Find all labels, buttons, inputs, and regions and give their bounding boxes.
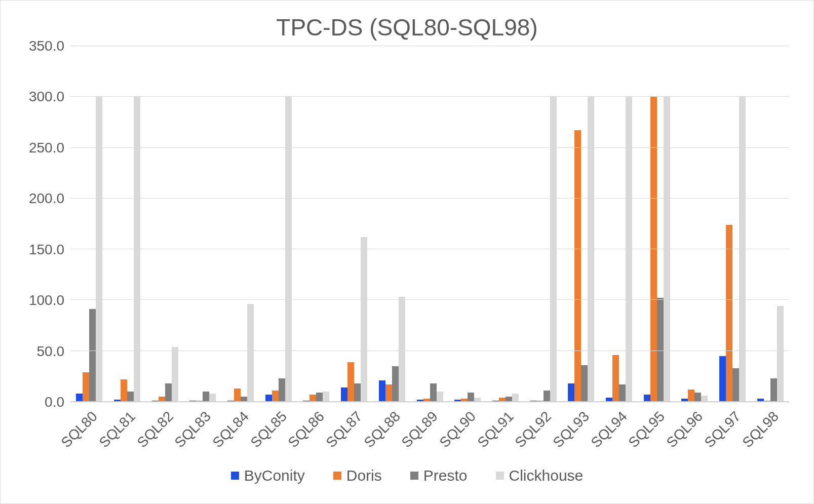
x-tick-label: SQL96: [676, 402, 714, 458]
bar: [361, 237, 367, 402]
gridline: [70, 401, 789, 402]
bar-group: [449, 46, 487, 402]
bar: [430, 383, 437, 402]
bar: [309, 395, 316, 402]
bar-group: [751, 46, 789, 402]
bar: [777, 306, 784, 402]
gridline: [70, 147, 789, 148]
bar-group: [297, 46, 335, 402]
bar: [399, 297, 405, 402]
x-tick-label: SQL91: [487, 402, 525, 458]
gridline: [70, 351, 789, 351]
x-tick-label: SQL86: [297, 402, 335, 458]
legend-swatch: [231, 472, 239, 480]
x-axis-labels: SQL80SQL81SQL82SQL83SQL84SQL85SQL86SQL87…: [5, 402, 809, 458]
bar: [209, 394, 216, 402]
bar: [121, 379, 127, 402]
bar: [657, 298, 664, 402]
legend-label: Presto: [423, 467, 468, 484]
gridline: [70, 46, 789, 46]
bar: [544, 391, 550, 402]
legend-label: Doris: [346, 467, 382, 484]
legend-label: Clickhouse: [509, 467, 584, 484]
bar-group: [638, 46, 676, 402]
legend-swatch: [410, 472, 418, 480]
x-tick-label: SQL88: [373, 402, 411, 458]
gridline: [70, 249, 789, 249]
bar: [165, 383, 172, 402]
y-tick-label: 250.0: [29, 140, 64, 156]
y-tick-label: 100.0: [29, 292, 64, 308]
bar-group: [70, 46, 108, 402]
x-tick-label: SQL83: [184, 402, 222, 458]
bar-group: [562, 46, 600, 402]
bar: [83, 372, 89, 402]
legend-label: ByConity: [244, 467, 305, 484]
bar: [379, 380, 385, 402]
legend-swatch: [496, 472, 504, 480]
x-tick-label: SQL98: [751, 402, 789, 458]
legend-item: Presto: [410, 467, 468, 484]
gridline: [70, 299, 789, 300]
legend-item: Doris: [333, 467, 382, 484]
bar: [76, 394, 83, 402]
bar: [323, 392, 329, 402]
bar: [688, 390, 694, 402]
gridline: [70, 96, 789, 97]
x-tick-label: SQL85: [259, 402, 297, 458]
bar: [272, 391, 279, 402]
bar: [341, 387, 347, 402]
bar: [234, 389, 241, 402]
bar: [619, 384, 626, 402]
x-tick-label: SQL90: [449, 402, 487, 458]
bar-group: [259, 46, 297, 402]
bar: [644, 395, 650, 402]
bar: [316, 393, 323, 402]
bar: [726, 225, 732, 402]
bar: [203, 392, 209, 402]
x-tick-label: SQL97: [714, 402, 752, 458]
bar: [89, 309, 96, 402]
bar-group: [411, 46, 449, 402]
bar: [385, 384, 392, 402]
legend-swatch: [333, 472, 341, 480]
bar: [468, 393, 474, 402]
bar-group: [222, 46, 260, 402]
x-tick-label: SQL95: [638, 402, 676, 458]
bar: [347, 362, 354, 402]
x-tick-label: SQL80: [70, 402, 108, 458]
bar: [574, 130, 581, 402]
bar-group: [676, 46, 714, 402]
x-tick-label: SQL81: [108, 402, 146, 458]
x-tick-label: SQL92: [524, 402, 562, 458]
x-tick-label: SQL87: [335, 402, 373, 458]
bar: [568, 383, 574, 402]
y-tick-label: 50.0: [37, 343, 65, 360]
plot-area: [70, 46, 789, 402]
x-tick-label: SQL93: [562, 402, 600, 458]
y-tick-label: 300.0: [29, 89, 64, 105]
bar-group: [524, 46, 562, 402]
y-axis: 0.050.0100.0150.0200.0250.0300.0350.0: [15, 46, 70, 402]
x-tick-label: SQL84: [222, 402, 260, 458]
x-tick-label: SQL94: [600, 402, 638, 458]
gridline: [70, 198, 789, 199]
y-tick-label: 350.0: [29, 38, 64, 54]
bar: [719, 356, 726, 402]
bar: [437, 392, 443, 402]
bar: [732, 368, 739, 402]
legend-item: ByConity: [231, 467, 305, 484]
bar-group: [184, 46, 222, 402]
bar-group: [487, 46, 525, 402]
y-tick-label: 200.0: [29, 190, 64, 207]
bar-group: [108, 46, 146, 402]
bar: [612, 355, 619, 402]
bar: [127, 392, 134, 402]
bar-group: [335, 46, 373, 402]
y-tick-label: 150.0: [29, 242, 64, 258]
bar: [265, 395, 272, 402]
bar: [392, 366, 399, 402]
bar: [512, 394, 519, 402]
x-tick-label: SQL82: [146, 402, 184, 458]
bar: [279, 378, 285, 402]
